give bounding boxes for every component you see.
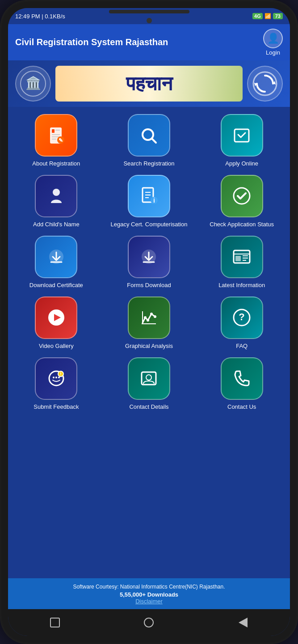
grid-item-add-childs-name[interactable]: Add Child's Name bbox=[13, 175, 99, 229]
nav-back-button[interactable] bbox=[235, 614, 251, 631]
svg-point-25 bbox=[150, 313, 153, 315]
download-certificate-label: Download Certificate bbox=[29, 282, 83, 289]
signal-icon: 📶 bbox=[264, 13, 271, 19]
grid-item-legacy-cert[interactable]: iLegacy Cert. Computerisation bbox=[106, 175, 192, 229]
about-registration-label: About Registration bbox=[32, 160, 80, 168]
nav-square-button[interactable] bbox=[47, 614, 63, 631]
video-gallery-icon bbox=[35, 297, 77, 339]
svg-rect-20 bbox=[235, 256, 241, 261]
phone-screen: 12:49 PM | 0.1KB/s 4G 📶 73 Civil Registr… bbox=[8, 8, 290, 636]
legacy-cert-icon: i bbox=[128, 175, 170, 217]
grid-container: ✎About RegistrationSearch RegistrationAp… bbox=[8, 107, 290, 578]
svg-line-10 bbox=[152, 139, 156, 143]
svg-point-16 bbox=[234, 188, 250, 204]
login-button[interactable]: 👤 Login bbox=[263, 29, 283, 56]
emblem-icon: 🏛️ bbox=[15, 66, 51, 102]
svg-text:🏛️: 🏛️ bbox=[25, 76, 41, 90]
video-gallery-label: Video Gallery bbox=[39, 343, 74, 350]
contact-details-label: Contact Details bbox=[129, 403, 168, 411]
svg-rect-6 bbox=[52, 129, 55, 133]
nav-circle-icon bbox=[144, 618, 154, 627]
nav-triangle-icon bbox=[239, 618, 248, 627]
download-certificate-icon bbox=[35, 236, 77, 278]
about-registration-icon: ✎ bbox=[35, 114, 77, 157]
search-registration-label: Search Registration bbox=[123, 160, 174, 168]
forms-download-icon bbox=[128, 236, 170, 278]
grid-item-contact-details[interactable]: Contact Details bbox=[106, 357, 192, 411]
phone-camera bbox=[147, 18, 152, 23]
svg-point-31 bbox=[55, 377, 57, 378]
nav-square-icon bbox=[50, 618, 60, 627]
grid-item-graphical-analysis[interactable]: Graphical Analysis bbox=[106, 297, 192, 350]
login-icon: 👤 bbox=[263, 29, 283, 48]
contact-details-icon bbox=[128, 357, 170, 400]
add-childs-name-icon bbox=[35, 175, 77, 217]
submit-feedback-icon bbox=[35, 357, 77, 400]
apply-online-label: Apply Online bbox=[225, 160, 258, 168]
svg-text:✎: ✎ bbox=[59, 137, 63, 144]
main-grid: ✎About RegistrationSearch RegistrationAp… bbox=[13, 114, 285, 411]
battery-indicator: 73 bbox=[273, 13, 283, 19]
network-indicator: 4G bbox=[252, 13, 263, 19]
check-application-status-label: Check Application Status bbox=[210, 221, 274, 229]
svg-point-32 bbox=[58, 377, 60, 378]
banner-hindi-text: पहचान bbox=[126, 72, 172, 95]
svg-text:?: ? bbox=[239, 311, 244, 322]
add-childs-name-label: Add Child's Name bbox=[33, 221, 80, 229]
svg-point-23 bbox=[144, 316, 147, 319]
nav-bar bbox=[8, 609, 290, 636]
svg-point-30 bbox=[53, 377, 55, 378]
footer-disclaimer[interactable]: Disclaimer bbox=[15, 598, 283, 605]
footer: Software Courtesy: National Informatics … bbox=[8, 578, 290, 609]
submit-feedback-label: Submit Feedback bbox=[34, 403, 79, 411]
banner-logo bbox=[247, 66, 283, 102]
latest-information-icon bbox=[221, 236, 263, 278]
grid-item-submit-feedback[interactable]: Submit Feedback bbox=[13, 357, 99, 411]
grid-item-latest-information[interactable]: Latest Information bbox=[199, 236, 285, 289]
grid-item-download-certificate[interactable]: Download Certificate bbox=[13, 236, 99, 289]
svg-text:i: i bbox=[154, 197, 155, 204]
grid-item-check-application-status[interactable]: Check Application Status bbox=[199, 175, 285, 229]
latest-information-label: Latest Information bbox=[218, 282, 265, 289]
banner: 🏛️ पहचान bbox=[8, 60, 290, 107]
grid-item-search-registration[interactable]: Search Registration bbox=[106, 114, 192, 168]
status-right: 4G 📶 73 bbox=[252, 13, 283, 19]
grid-item-contact-us[interactable]: Contact Us bbox=[199, 357, 285, 411]
grid-item-about-registration[interactable]: ✎About Registration bbox=[13, 114, 99, 168]
contact-us-label: Contact Us bbox=[227, 403, 256, 411]
grid-item-faq[interactable]: ?FAQ bbox=[199, 297, 285, 350]
grid-item-apply-online[interactable]: Apply Online bbox=[199, 114, 285, 168]
svg-point-35 bbox=[146, 375, 151, 380]
check-application-status-icon bbox=[221, 175, 263, 217]
footer-downloads: 5,55,000+ Downloads bbox=[15, 591, 283, 598]
contact-us-icon bbox=[221, 357, 263, 400]
grid-item-forms-download[interactable]: Forms Download bbox=[106, 236, 192, 289]
svg-point-24 bbox=[147, 319, 149, 322]
status-time: 12:49 PM | 0.1KB/s bbox=[15, 13, 65, 20]
nav-home-button[interactable] bbox=[141, 614, 157, 631]
login-label: Login bbox=[266, 49, 280, 56]
svg-point-12 bbox=[53, 189, 60, 196]
faq-icon: ? bbox=[221, 297, 263, 339]
search-registration-icon bbox=[128, 114, 170, 157]
phone-notch bbox=[109, 10, 189, 13]
phone-frame: 12:49 PM | 0.1KB/s 4G 📶 73 Civil Registr… bbox=[0, 0, 298, 644]
banner-center: पहचान bbox=[55, 66, 243, 102]
graphical-analysis-icon bbox=[128, 297, 170, 339]
forms-download-label: Forms Download bbox=[127, 282, 171, 289]
apply-online-icon bbox=[221, 114, 263, 157]
app-header: Civil Registration System Rajasthan 👤 Lo… bbox=[8, 24, 290, 60]
graphical-analysis-label: Graphical Analysis bbox=[125, 343, 173, 350]
legacy-cert-label: Legacy Cert. Computerisation bbox=[111, 221, 188, 229]
app-title: Civil Registration System Rajasthan bbox=[15, 37, 263, 47]
faq-label: FAQ bbox=[236, 343, 248, 350]
svg-point-26 bbox=[154, 315, 156, 318]
footer-courtesy: Software Courtesy: National Informatics … bbox=[15, 583, 283, 591]
grid-item-video-gallery[interactable]: Video Gallery bbox=[13, 297, 99, 350]
